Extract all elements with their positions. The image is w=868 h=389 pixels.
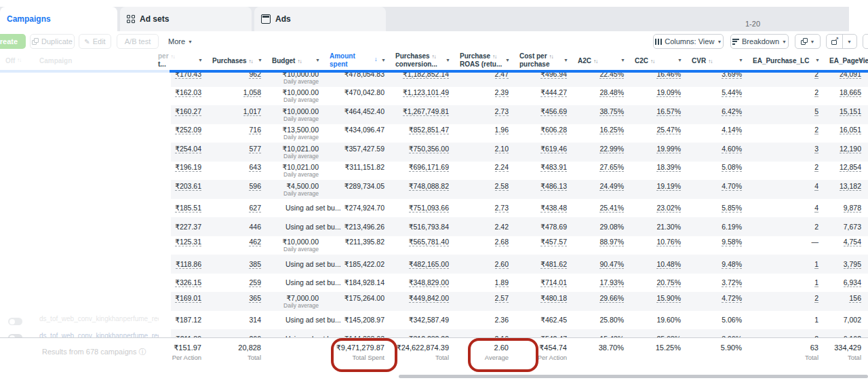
column-header-budget[interactable]: Budget↑↓▼ <box>272 50 324 70</box>
cell-spent: ₹434,096.47 <box>344 126 384 134</box>
column-header-conv_value[interactable]: Purchases↑↓conversion...▼ <box>395 50 454 70</box>
column-menu-icon[interactable]: ▼ <box>315 58 320 62</box>
cell-cvr: 4.60% <box>722 145 742 153</box>
table-header: Off ↑↓ Campaign per↑↓t...▼Purchases↑↓▼Bu… <box>0 50 868 73</box>
cell-conv_value: ₹1,123,101.49 <box>403 88 449 97</box>
cell-purchases: 365 <box>249 294 261 303</box>
column-label: Amount <box>330 52 355 60</box>
summary-ea_purchase: 63 <box>747 344 818 352</box>
cell-roas: 2.57 <box>495 294 509 303</box>
cell-c2c: 23.02% <box>656 204 681 212</box>
cell-spent: ₹213,496.26 <box>344 223 384 231</box>
cell-result: ₹185.51 <box>175 204 201 212</box>
cell-conv_value: ₹565,781.40 <box>409 238 449 246</box>
column-menu-icon[interactable]: ▼ <box>381 58 386 62</box>
off-column-header: Off <box>5 57 15 64</box>
sort-icon[interactable]: ↑↓ <box>492 54 496 60</box>
cell-budget-sub: Daily average <box>267 246 319 253</box>
cell-ea_purchase: 2 <box>814 88 818 97</box>
column-header-result[interactable]: per↑↓t...▼ <box>158 50 197 70</box>
column-label: Budget↑↓ <box>272 57 301 64</box>
column-header-cpp[interactable]: Cost per↑↓purchase▼ <box>519 50 572 70</box>
column-header-cvr[interactable]: CVR↑↓▼ <box>692 50 747 70</box>
sort-icon[interactable]: ↑↓ <box>297 58 301 64</box>
column-menu-icon[interactable]: ▼ <box>677 58 682 62</box>
cell-roas: 2.42 <box>495 223 509 231</box>
cell-cvr: 5.44% <box>722 88 742 97</box>
cell-budget: ₹10,000.00 <box>267 238 319 246</box>
cell-cpp: ₹444.27 <box>540 88 567 97</box>
cell-result: ₹118.86 <box>176 260 201 269</box>
cell-roas: 1.89 <box>495 278 509 287</box>
column-menu-icon[interactable]: ▼ <box>198 58 203 62</box>
campaign-column-header: Campaign <box>39 57 72 64</box>
cell-c2c: 15.90% <box>656 294 681 303</box>
sort-icon[interactable]: ↑↓ <box>432 54 436 60</box>
cell-ea_pageview: 7,002 <box>844 316 861 324</box>
cell-cpp: ₹480.18 <box>540 294 567 303</box>
column-menu-icon[interactable]: ▼ <box>446 58 450 62</box>
column-menu-icon[interactable]: ▼ <box>815 58 820 62</box>
cell-result: ₹196.19 <box>175 163 201 172</box>
cell-spent: ₹464,452.40 <box>344 107 384 115</box>
column-header-ea_pageview[interactable]: EA_PageView▼ <box>829 50 867 70</box>
summary-purchases: 20,828 <box>207 344 261 352</box>
campaign-name-link[interactable]: ds_tof_web_conv_kingkhanperfume_reel_270… <box>39 315 159 322</box>
cell-budget: ₹10,000.00 <box>267 88 319 96</box>
column-header-spent[interactable]: Amountspent↓▼ <box>330 50 390 70</box>
column-menu-icon[interactable]: ▼ <box>258 58 262 62</box>
column-header-a2c[interactable]: A2C↑↓▼ <box>578 50 629 70</box>
cell-cpp: ₹462.45 <box>540 316 567 324</box>
summary-c2c: 15.25% <box>629 344 681 352</box>
column-label: conversion... <box>395 60 437 68</box>
cell-budget-sub: Daily average <box>267 153 319 160</box>
cell-conv_value: ₹748,088.82 <box>409 182 449 191</box>
campaign-toggle[interactable] <box>8 318 22 325</box>
header-accent-bar-faded <box>0 70 170 73</box>
cell-cpp: ₹481.62 <box>540 260 567 269</box>
cell-conv_value: ₹750,356.00 <box>409 145 449 153</box>
cell-ea_purchase: 1 <box>814 260 818 269</box>
sort-icon[interactable]: ↑↓ <box>708 58 712 64</box>
cell-conv_value: ₹751,093.66 <box>409 204 449 212</box>
column-header-c2c[interactable]: C2C↑↓▼ <box>635 50 686 70</box>
cell-ea_pageview: 6,934 <box>844 278 861 287</box>
cell-ea_purchase: 3 <box>814 145 818 153</box>
cell-a2c: 24.49% <box>599 182 624 191</box>
cell-conv_value: ₹516,793.84 <box>409 223 449 231</box>
cell-cvr: 5.06% <box>722 316 742 324</box>
sort-icon[interactable]: ↑↓ <box>650 58 654 64</box>
cell-purchases: 1,017 <box>243 107 261 116</box>
cell-c2c: 19.99% <box>656 145 681 153</box>
cell-budget: ₹13,500.00 <box>267 126 319 134</box>
cell-a2c: 29.08% <box>599 223 624 231</box>
sort-icon[interactable]: ↑↓ <box>171 54 175 60</box>
column-label: A2C↑↓ <box>578 57 597 64</box>
sort-icon[interactable]: ↑↓ <box>593 58 597 64</box>
column-label: Purchase↑↓ <box>460 52 496 60</box>
column-menu-icon[interactable]: ▼ <box>620 58 625 62</box>
cell-ea_purchase: 2 <box>814 294 818 303</box>
cell-ea_purchase: 4 <box>814 182 818 191</box>
column-menu-icon[interactable]: ▼ <box>564 58 568 62</box>
column-header-ea_purchase[interactable]: EA_Purchase_LC▼ <box>753 50 824 70</box>
cell-cvr: 5.08% <box>722 163 742 172</box>
sort-icon[interactable]: ↑↓ <box>249 58 253 64</box>
horizontal-scrollbar[interactable] <box>399 375 868 378</box>
sort-icon[interactable]: ↑↓ <box>549 54 553 60</box>
column-header-roas[interactable]: Purchase↑↓ROAS (retu...▼ <box>460 50 514 70</box>
column-menu-icon[interactable]: ▼ <box>505 58 510 62</box>
column-menu-icon[interactable]: ▼ <box>858 58 863 62</box>
cell-c2c: 18.39% <box>656 163 681 172</box>
cell-result: ₹203.61 <box>175 182 201 191</box>
cell-ea_pageview: 4,754 <box>844 238 861 246</box>
summary-a2c: 38.70% <box>572 344 624 352</box>
column-header-purchases[interactable]: Purchases↑↓▼ <box>212 50 267 70</box>
column-label: Purchases↑↓ <box>212 57 253 64</box>
column-menu-icon[interactable]: ▼ <box>738 58 743 62</box>
summary-ea_pageview-label: Total <box>824 354 861 361</box>
cell-result: ₹125.31 <box>175 238 201 246</box>
cell-spent: ₹211,395.82 <box>345 238 384 246</box>
cell-ea_purchase: 5 <box>814 107 818 116</box>
sort-descending-icon[interactable]: ↓ <box>374 56 377 62</box>
